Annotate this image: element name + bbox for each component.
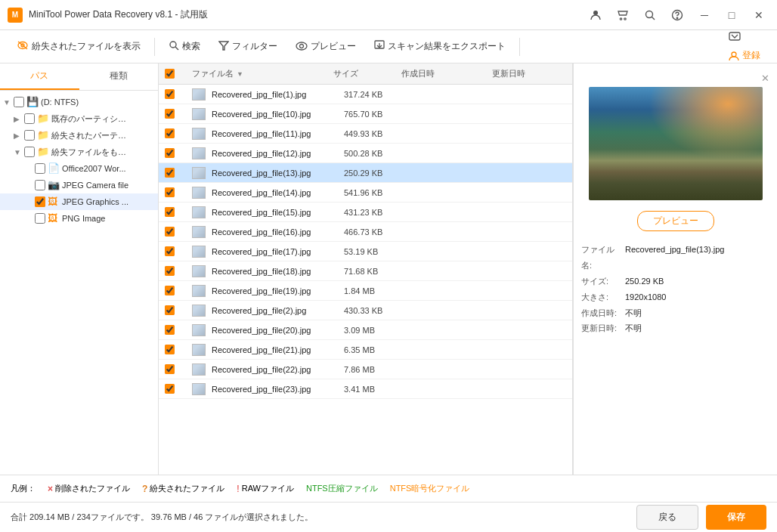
help-icon[interactable] — [667, 5, 688, 26]
file-thumb-8 — [192, 246, 206, 258]
col-header-created[interactable]: 作成日時 — [395, 68, 486, 79]
file-row[interactable]: Recovered_jpg_file(23).jpg 3.41 MB — [159, 379, 572, 399]
file-row[interactable]: Recovered_jpg_file(10).jpg 765.70 KB — [159, 104, 572, 124]
file-check-7[interactable] — [159, 227, 186, 237]
user-icon[interactable] — [585, 5, 606, 26]
file-check-9[interactable] — [159, 266, 186, 276]
title-bar-left: M MiniTool Power Data Recovery v8.1 - 試用… — [8, 8, 208, 23]
file-size-0: 317.24 KB — [338, 90, 406, 99]
tree-check-7[interactable] — [35, 213, 45, 224]
app-icon: M — [8, 8, 23, 23]
preview-toolbar-button[interactable]: プレビュー — [288, 36, 364, 57]
file-check-6[interactable] — [159, 207, 186, 217]
preview-updated-row: 更新日時: 不明 — [581, 320, 769, 336]
file-check-11[interactable] — [159, 305, 186, 315]
tree-item-jpeg-camera[interactable]: 📷 JPEG Camera file — [0, 177, 158, 193]
file-check-0[interactable] — [159, 89, 186, 99]
file-icon-7: 🖼 — [48, 212, 60, 224]
legend-ntfs-enc: NTFS暗号化ファイル — [390, 483, 470, 494]
file-check-2[interactable] — [159, 128, 186, 138]
sort-arrow-name: ▼ — [237, 70, 243, 78]
file-row[interactable]: Recovered_jpg_file(13).jpg 250.29 KB — [159, 163, 572, 183]
file-check-8[interactable] — [159, 246, 186, 256]
toolbar-sep-2 — [519, 38, 520, 56]
tree-item-lost-files[interactable]: ▼ 📁 紛失ファイルをもっと表... — [0, 144, 158, 160]
toolbar-right: 登録 — [721, 27, 768, 66]
file-row[interactable]: Recovered_jpg_file(21).jpg 6.35 MB — [159, 340, 572, 360]
preview-button[interactable]: プレビュー — [637, 211, 714, 231]
tree-item-drive[interactable]: ▼ 💾 (D: NTFS) — [0, 94, 158, 110]
file-row[interactable]: Recovered_jpg_file(2).jpg 430.33 KB — [159, 301, 572, 320]
tree-item-lost-partition[interactable]: ▶ 📁 紛失されたパーティショ... — [0, 127, 158, 144]
folder-icon-2: 📁 — [37, 129, 49, 141]
file-check-5[interactable] — [159, 187, 186, 197]
header-check[interactable] — [159, 69, 186, 79]
file-check-13[interactable] — [159, 345, 186, 354]
preview-close-button[interactable]: ✕ — [761, 73, 769, 84]
tree-label-1: 既存のパーティション(N... — [51, 113, 127, 125]
legend-ntfs-zip-label: NTFS圧縮ファイル — [306, 483, 378, 494]
tab-header: パス 種類 — [0, 63, 158, 91]
tree-check-1[interactable] — [24, 113, 35, 124]
col-header-name[interactable]: ファイル名 ▼ — [186, 68, 327, 79]
file-row[interactable]: Recovered_jpg_file(19).jpg 1.84 MB — [159, 281, 572, 301]
preview-close-row: ✕ — [581, 73, 769, 84]
search-button[interactable]: 検索 — [161, 36, 208, 57]
file-name-12: Recovered_jpg_file(20).jpg — [186, 324, 338, 336]
file-thumb-14 — [192, 363, 206, 376]
file-check-10[interactable] — [159, 286, 186, 295]
toolbar: 紛失されたファイルを表示 検索 フィルター プレビュー スキャン結果をエクスポー… — [0, 30, 777, 63]
close-button[interactable]: ✕ — [748, 5, 769, 26]
col-header-updated[interactable]: 更新日時 — [486, 68, 562, 79]
file-name-13: Recovered_jpg_file(21).jpg — [186, 344, 338, 356]
register-button[interactable]: 登録 — [721, 45, 768, 66]
file-row[interactable]: Recovered_jpg_file(12).jpg 500.28 KB — [159, 144, 572, 163]
file-check-14[interactable] — [159, 364, 186, 374]
filter-button[interactable]: フィルター — [211, 36, 285, 57]
tree-check-6[interactable] — [35, 196, 45, 207]
tree-check-4[interactable] — [35, 163, 45, 174]
select-all-checkbox[interactable] — [165, 69, 175, 79]
tree-check-2[interactable] — [24, 130, 35, 141]
file-panel: ファイル名 ▼ サイズ 作成日時 更新日時 Recovered_jpg_file… — [159, 63, 573, 475]
back-button[interactable]: 戻る — [636, 505, 698, 530]
minimize-button[interactable]: ─ — [694, 5, 715, 26]
file-row[interactable]: Recovered_jpg_file(22).jpg 7.86 MB — [159, 360, 572, 379]
svg-point-0 — [593, 11, 598, 15]
file-row[interactable]: Recovered_jpg_file(16).jpg 466.73 KB — [159, 222, 572, 242]
file-name-11: Recovered_jpg_file(2).jpg — [186, 305, 338, 317]
file-row[interactable]: Recovered_jpg_file(1).jpg 317.24 KB — [159, 85, 572, 104]
file-row[interactable]: Recovered_jpg_file(18).jpg 71.68 KB — [159, 261, 572, 281]
file-row[interactable]: Recovered_jpg_file(11).jpg 449.93 KB — [159, 124, 572, 144]
file-row[interactable]: Recovered_jpg_file(14).jpg 541.96 KB — [159, 183, 572, 203]
file-check-1[interactable] — [159, 109, 186, 119]
col-header-size[interactable]: サイズ — [327, 68, 395, 79]
file-row[interactable]: Recovered_jpg_file(15).jpg 431.23 KB — [159, 203, 572, 222]
file-check-4[interactable] — [159, 168, 186, 178]
save-button[interactable]: 保存 — [706, 505, 766, 530]
tab-path[interactable]: パス — [0, 63, 79, 90]
tree-check-3[interactable] — [24, 147, 35, 157]
tree-item-office[interactable]: 📄 Office2007 Wor... — [0, 160, 158, 177]
tree-item-existing[interactable]: ▶ 📁 既存のパーティション(N... — [0, 110, 158, 127]
tab-type[interactable]: 種類 — [79, 63, 159, 90]
export-button[interactable]: スキャン結果をエクスポート — [367, 36, 513, 57]
file-check-15[interactable] — [159, 384, 186, 394]
tree-check-5[interactable] — [35, 180, 45, 190]
file-size-3: 500.28 KB — [338, 149, 406, 158]
maximize-button[interactable]: □ — [721, 5, 742, 26]
file-name-4: Recovered_jpg_file(13).jpg — [186, 167, 338, 179]
file-row[interactable]: Recovered_jpg_file(17).jpg 53.19 KB — [159, 242, 572, 261]
file-check-3[interactable] — [159, 148, 186, 158]
show-lost-files-button[interactable]: 紛失されたファイルを表示 — [9, 36, 148, 57]
search-icon-title[interactable] — [639, 5, 661, 26]
file-name-10: Recovered_jpg_file(19).jpg — [186, 285, 338, 297]
file-row[interactable]: Recovered_jpg_file(20).jpg 3.09 MB — [159, 320, 572, 340]
store-icon[interactable] — [612, 5, 633, 26]
legend-raw-icon: ! — [237, 484, 239, 494]
share-button[interactable] — [721, 27, 748, 45]
file-check-12[interactable] — [159, 325, 186, 335]
tree-item-png[interactable]: 🖼 PNG Image — [0, 210, 158, 227]
tree-item-jpeg-graphics[interactable]: 🖼 JPEG Graphics ... — [0, 193, 158, 210]
tree-check-0[interactable] — [14, 97, 24, 107]
